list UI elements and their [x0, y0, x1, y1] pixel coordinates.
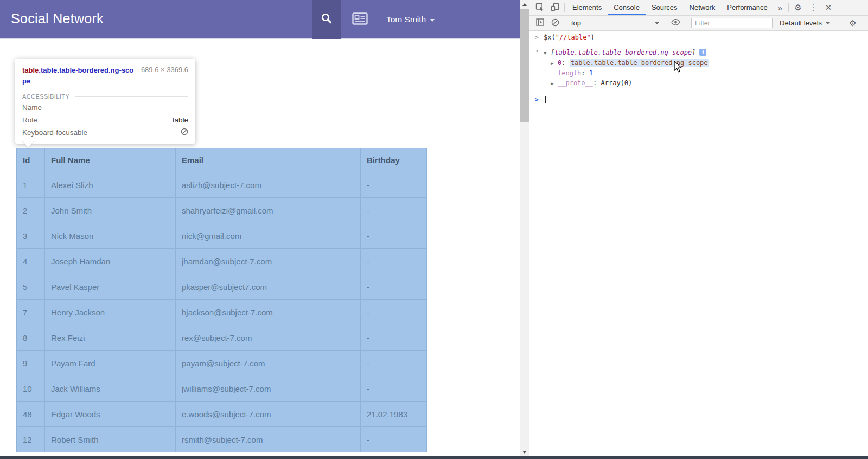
- table-header-row: IdFull NameEmailBirthday: [17, 148, 427, 172]
- column-header: Id: [17, 148, 45, 172]
- app-title: Social Network: [11, 11, 104, 27]
- tab-sources[interactable]: Sources: [646, 0, 684, 15]
- inspected-selector: table.table.table-bordered.ng-scope: [22, 65, 137, 86]
- eye-icon: [671, 19, 680, 27]
- column-header: Email: [176, 148, 361, 172]
- section-rule: [75, 96, 188, 97]
- tab-performance[interactable]: Performance: [721, 0, 773, 15]
- table-cell: jwilliams@subject-7.com: [176, 376, 361, 402]
- table-row: 8Rex Feizirex@subject-7.com-: [17, 325, 427, 351]
- table-cell: -: [361, 274, 427, 300]
- live-expression-button[interactable]: [668, 19, 683, 27]
- table-cell: 9: [17, 351, 45, 376]
- not-focusable-icon: [181, 128, 188, 137]
- expand-triangle-icon[interactable]: ▶: [551, 79, 558, 88]
- a11y-row-name: Name: [22, 102, 188, 112]
- devtools-tab-bar: ElementsConsoleSourcesNetworkPerformance…: [529, 0, 868, 16]
- console-toolbar: top Default levels ⚙: [529, 16, 868, 31]
- window-bottom-edge: [0, 456, 868, 459]
- scroll-up-button[interactable]: [520, 0, 529, 9]
- a11y-row-keyboard-focusable: Keyboard-focusable: [22, 127, 188, 137]
- table-row: 10Jack Williamsjwilliams@subject-7.com-: [17, 376, 427, 402]
- table-row: 7Henry Jacksonhjackson@subject-7.com-: [17, 300, 427, 325]
- table-cell: 10: [17, 376, 45, 402]
- search-icon: [321, 12, 333, 27]
- scrollbar-thumb[interactable]: [520, 9, 529, 122]
- app-header: Social Network Tom Smith: [0, 0, 520, 39]
- a11y-row-role: Role table: [22, 115, 188, 125]
- selector-tag: table: [22, 66, 39, 74]
- result-proto-row: ▶__proto__: Array(0): [551, 78, 709, 88]
- table-cell: -: [361, 351, 427, 376]
- javascript-context-selector[interactable]: top: [566, 19, 664, 27]
- console-sidebar-toggle[interactable]: [532, 18, 547, 28]
- devtools-menu-button[interactable]: ⋮: [806, 0, 821, 15]
- devtools-close-button[interactable]: ✕: [821, 0, 836, 15]
- sidebar-toggle-icon: [536, 18, 544, 28]
- screen: Social Network Tom Smith table.table.tab…: [0, 0, 868, 459]
- element-dimensions: 689.6 × 3369.6: [141, 65, 188, 86]
- table-cell: -: [361, 223, 427, 249]
- tab-network[interactable]: Network: [684, 0, 722, 15]
- console-prompt[interactable]: >: [529, 93, 868, 106]
- inspect-tooltip: table.table.table-bordered.ng-scope 689.…: [15, 59, 195, 144]
- table-cell: shahryarfeizi@gmail.com: [176, 198, 361, 223]
- feed-button[interactable]: [352, 14, 368, 26]
- tab-console[interactable]: Console: [608, 0, 646, 15]
- table-cell: Robert Smith: [45, 427, 176, 452]
- table-cell: hjackson@subject-7.com: [176, 300, 361, 325]
- close-icon: ✕: [825, 3, 832, 12]
- table-cell: John Smith: [45, 198, 176, 223]
- info-badge-icon: i: [699, 49, 706, 56]
- console-filter-input[interactable]: [691, 18, 773, 28]
- table-cell: -: [361, 198, 427, 223]
- accessibility-section-label: ACCESSIBILITY: [22, 93, 69, 100]
- more-tabs-button[interactable]: »: [774, 0, 787, 15]
- device-toolbar-button[interactable]: [547, 0, 563, 15]
- table-cell: 12: [17, 427, 45, 452]
- chevron-down-icon: [430, 19, 435, 22]
- table-body: 1Alexei Slizhaslizh@subject-7.com-2John …: [17, 172, 427, 452]
- table-row: 9Payam Fardpayam@subject-7.com-: [17, 351, 427, 376]
- table-cell: pkasper@subject7.com: [176, 274, 361, 300]
- search-button[interactable]: [312, 0, 341, 39]
- command-chevron-icon: >: [529, 34, 544, 41]
- table-cell: Pavel Kasper: [45, 274, 176, 300]
- node-reference[interactable]: table.table.table-bordered.ng-scope: [570, 59, 709, 67]
- clear-console-button[interactable]: [547, 18, 563, 28]
- table-row: 2John Smithshahryarfeizi@gmail.com-: [17, 198, 427, 223]
- browser-page: Social Network Tom Smith table.table.tab…: [0, 0, 520, 459]
- prompt-chevron-icon: >: [529, 96, 544, 104]
- scroll-down-button[interactable]: [520, 448, 529, 456]
- log-levels-dropdown[interactable]: Default levels: [780, 19, 830, 27]
- devtools-panel: ElementsConsoleSourcesNetworkPerformance…: [529, 0, 868, 459]
- table-row: 4Joseph Hamdanjhamdan@subject-7.com-: [17, 249, 427, 274]
- table-cell: -: [361, 172, 427, 198]
- column-header: Birthday: [361, 148, 427, 172]
- table-cell: Jack Williams: [45, 376, 176, 402]
- table-cell: 3: [17, 223, 45, 249]
- table-cell: 2: [17, 198, 45, 223]
- device-toolbar-icon: [551, 3, 559, 13]
- table-cell: Edgar Woods: [45, 402, 176, 427]
- user-menu[interactable]: Tom Smith: [386, 15, 435, 24]
- clear-console-icon: [551, 18, 559, 28]
- table-cell: -: [361, 325, 427, 351]
- table-cell: Joseph Hamdan: [45, 249, 176, 274]
- table-cell: 5: [17, 274, 45, 300]
- users-table: IdFull NameEmailBirthday 1Alexei Slizhas…: [16, 148, 427, 452]
- collapse-triangle-icon[interactable]: ▼: [544, 48, 551, 58]
- expand-triangle-icon[interactable]: ▶: [551, 59, 558, 68]
- table-row: 12Robert Smithrsmith@subject-7.com-: [17, 427, 427, 452]
- settings-button[interactable]: ⚙: [790, 0, 806, 15]
- console-settings-button[interactable]: ⚙: [845, 18, 860, 28]
- separator: [788, 3, 789, 12]
- tab-elements[interactable]: Elements: [566, 0, 608, 15]
- table-cell: jhamdan@subject-7.com: [176, 249, 361, 274]
- page-scrollbar[interactable]: [520, 0, 529, 459]
- arrow-down-icon: [522, 451, 527, 454]
- inspect-element-button[interactable]: [532, 0, 547, 15]
- table-row: 5Pavel Kasperpkasper@subject7.com-: [17, 274, 427, 300]
- gear-icon: ⚙: [849, 18, 856, 28]
- table-cell: Alexei Slizh: [45, 172, 176, 198]
